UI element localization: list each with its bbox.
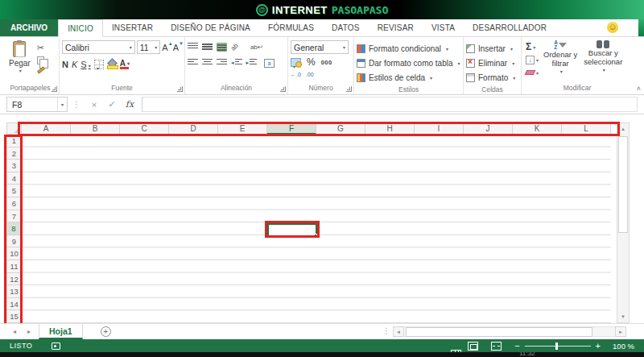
horizontal-scrollbar[interactable]: ◂ ▸ [393,326,626,337]
align-top-icon[interactable] [188,43,198,52]
tab-vista[interactable]: VISTA [423,19,464,36]
dialog-launcher-icon[interactable] [52,86,57,92]
align-left-icon[interactable] [188,59,198,68]
new-sheet-icon[interactable]: + [101,326,111,337]
align-bottom-icon[interactable] [217,43,227,52]
find-select-button[interactable]: Buscar y seleccionar ▾ [580,39,625,83]
comma-style-icon[interactable]: 000 [321,59,332,66]
format-cells-icon [466,73,475,82]
horizontal-scroll-track[interactable] [404,326,615,337]
group-editing: Σ▾ ↓▾ ▾ AZ Ordenar y filtrar ▾ Buscar y … [522,37,633,94]
tab-datos[interactable]: DATOS [323,19,369,36]
clear-button[interactable]: ▾ [524,66,540,79]
dialog-launcher-icon[interactable] [346,86,352,92]
cut-icon[interactable]: ✂ [35,40,47,55]
enter-icon[interactable]: ✓ [103,99,121,110]
tab-revisar[interactable]: REVISAR [369,19,423,36]
decrease-decimal-glyph: .00 [306,72,314,77]
caret-down-icon: ▾ [458,60,460,66]
merge-center-icon[interactable]: a [264,59,275,68]
copy-icon[interactable] [37,56,44,64]
insert-cells-label: Insertar [478,44,506,53]
delete-cells-button[interactable]: Eliminar ▾ [466,56,518,70]
orientation-icon[interactable]: ab [229,42,240,52]
group-label-alignment: Alineación [188,83,285,94]
decrease-indent-icon[interactable]: ◂ [231,59,242,68]
horizontal-scroll-thumb[interactable] [406,327,592,337]
tab-fórmulas[interactable]: FÓRMULAS [259,19,323,36]
insert-function-icon[interactable]: fx [121,99,138,110]
scroll-right-icon[interactable]: ▸ [615,326,626,337]
fill-color-icon[interactable]: ▾ [107,60,117,69]
vertical-scrollbar[interactable]: ▴ ▾ [617,122,630,323]
font-size-select[interactable]: 11 ▾ [137,40,161,54]
next-sheet-icon[interactable]: ▸ [27,328,31,335]
prev-sheet-icon[interactable]: ◂ [13,328,16,335]
accounting-format-icon[interactable]: ▾ [291,58,301,67]
tab-diseño-de-página[interactable]: DISEÑO DE PÁGINA [162,19,259,36]
tab-inicio[interactable]: INICIO [58,19,103,37]
align-center-icon[interactable] [202,59,213,68]
font-family-select[interactable]: Calibri ▾ [62,40,135,54]
borders-icon[interactable]: ▾ [94,60,104,69]
autosum-button[interactable]: Σ▾ [524,40,540,53]
number-format-select[interactable]: General ▾ [291,40,349,54]
az-letters: AZ [554,40,558,50]
underline-button[interactable]: S▾ [80,60,90,69]
align-right-icon[interactable] [217,59,227,68]
collapse-ribbon-icon[interactable]: ˄ [637,85,641,93]
percent-style-icon[interactable]: % [307,56,316,68]
decrease-decimal-icon[interactable]: .00 [306,72,314,77]
page-layout-view-icon[interactable] [468,342,478,351]
vertical-scroll-thumb[interactable] [618,136,628,233]
insert-cells-icon [466,44,475,53]
format-cells-label: Formato [478,73,508,82]
format-as-table-button[interactable]: Dar formato como tabla ▾ [357,56,460,70]
dialog-launcher-icon[interactable] [177,86,183,92]
cell-styles-button[interactable]: Estilos de celda ▾ [357,70,460,85]
scroll-down-icon[interactable]: ▾ [617,311,629,322]
caret-down-icon: ▾ [512,60,514,66]
name-box[interactable]: F8 ▾ [6,97,68,112]
name-box-caret-icon[interactable]: ▾ [57,98,67,111]
align-middle-icon[interactable] [202,43,213,52]
paste-button[interactable]: Pegar ▾ [4,39,35,83]
format-painter-icon[interactable] [37,66,45,73]
formula-input[interactable] [142,97,638,112]
cancel-icon[interactable]: × [85,100,103,110]
indent-right-arrow: ▸ [246,60,250,66]
font-color-icon[interactable]: A▾ [120,60,129,69]
conditional-formatting-button[interactable]: Formato condicional ▾ [357,41,460,56]
status-mode: LISTO [10,342,32,350]
increase-decimal-glyph: ←.0 [291,72,301,77]
italic-button[interactable]: K [72,60,77,69]
sheet-tab-hoja1[interactable]: Hoja1 [39,324,83,339]
zoom-out-icon[interactable]: − [514,341,519,351]
fill-button[interactable]: ↓▾ [524,53,540,66]
group-label-styles: Estilos [357,85,460,95]
scroll-left-icon[interactable]: ◂ [393,326,404,337]
tab-insertar[interactable]: INSERTAR [103,19,162,36]
group-alignment: ab ab↩ ◂ ▸ a Alineación [185,37,288,94]
format-cells-button[interactable]: Formato ▾ [466,70,518,85]
macro-record-icon[interactable] [52,342,60,350]
increase-indent-icon[interactable]: ▸ [246,59,258,68]
shrink-font-icon[interactable]: A▼ [173,43,182,52]
zoom-in-icon[interactable]: + [596,341,601,351]
page-break-view-icon[interactable] [491,342,502,351]
conditional-formatting-icon [357,44,365,53]
insert-cells-button[interactable]: Insertar ▾ [466,41,518,56]
grow-font-icon[interactable]: A▲ [162,43,171,52]
shrink-mark: ▼ [179,41,184,46]
tab-desarrollador[interactable]: DESARROLLADOR [464,19,555,36]
bold-button[interactable]: N [62,60,68,69]
dialog-launcher-icon[interactable] [280,86,286,92]
caret-down-icon: ▾ [536,57,539,63]
wrap-text-icon[interactable]: ab↩ [250,44,263,51]
zoom-level[interactable]: 100 % [605,342,634,351]
zoom-slider-thumb[interactable] [555,342,558,350]
zoom-slider[interactable] [525,346,591,347]
tab-archivo[interactable]: ARCHIVO [0,19,58,36]
increase-decimal-icon[interactable]: ←.0 [291,72,301,77]
sort-filter-button[interactable]: AZ Ordenar y filtrar ▾ [540,39,580,83]
